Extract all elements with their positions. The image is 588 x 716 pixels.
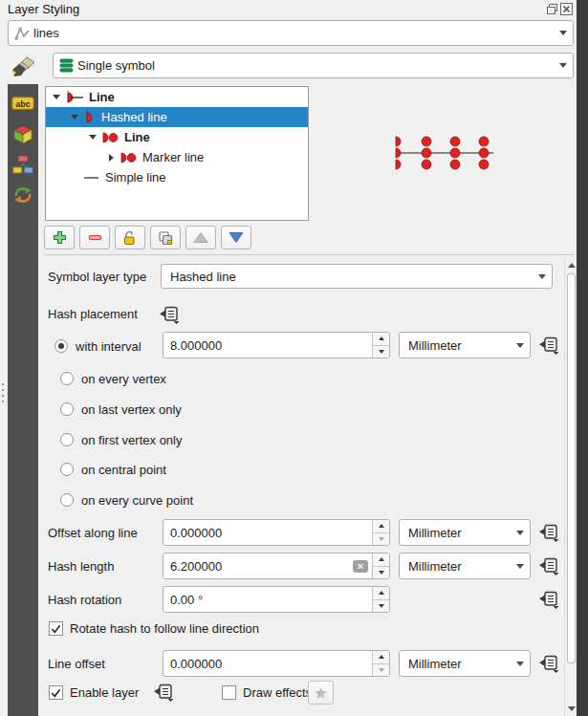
open-lock-icon [122, 230, 138, 246]
checkmark-icon [51, 688, 61, 698]
float-panel-button[interactable] [546, 3, 558, 15]
tab-history[interactable] [11, 184, 34, 206]
tab-symbology[interactable] [10, 54, 36, 83]
radio-on-every-vertex[interactable] [60, 372, 74, 385]
spin-down-icon[interactable] [373, 664, 389, 677]
line-offset-data-override-button[interactable] [536, 654, 560, 674]
hash-rotation-data-override-button[interactable] [536, 590, 560, 610]
scroll-down-icon[interactable] [565, 703, 577, 715]
radio-on-every-curve-point-label: on every curve point [81, 493, 193, 508]
tab-diagrams[interactable] [11, 154, 34, 175]
close-panel-button[interactable] [560, 3, 573, 15]
hash-placement-data-override-button[interactable] [157, 305, 181, 325]
tree-row-line[interactable]: Line [46, 87, 308, 107]
offset-along-line-unit-combo[interactable]: Millimeter [399, 519, 531, 546]
hash-length-spinbox: ✕ [163, 553, 390, 579]
spin-up-icon[interactable] [373, 520, 389, 533]
move-layer-up-button[interactable] [185, 226, 216, 250]
hash-length-unit-combo[interactable]: Millimeter [399, 553, 531, 579]
spin-up-icon[interactable] [373, 587, 389, 600]
symbol-layer-type-combo[interactable]: Hashed line [161, 264, 553, 289]
interval-input[interactable] [163, 333, 372, 358]
tree-row-hashed-line[interactable]: Hashed line [46, 107, 308, 127]
plus-icon [53, 230, 67, 245]
expander-closed-icon[interactable] [104, 151, 118, 164]
hash-rotation-input[interactable] [163, 587, 372, 612]
layer-selector[interactable]: lines [8, 20, 574, 46]
panel-splitter-handle[interactable] [2, 383, 4, 404]
move-layer-down-button[interactable] [221, 226, 251, 250]
up-arrow-icon [193, 231, 208, 244]
form-scrollbar[interactable] [564, 258, 577, 716]
spin-down-icon[interactable] [373, 533, 389, 546]
radio-on-central-point[interactable] [60, 463, 74, 476]
layer-selector-value: lines [31, 26, 555, 40]
line-offset-spinbox [163, 650, 390, 677]
symbol-layer-toolbar [44, 226, 251, 250]
interval-spinbox [163, 332, 390, 358]
clear-value-icon[interactable]: ✕ [353, 560, 368, 573]
tree-row-simple-line[interactable]: Simple line [46, 167, 308, 187]
style-mode-selector[interactable]: Single symbol [53, 53, 574, 78]
style-mode-value: Single symbol [75, 58, 555, 73]
spin-down-icon[interactable] [373, 567, 389, 579]
draw-effects-checkbox[interactable] [222, 685, 236, 700]
tab-labels[interactable]: abc [11, 93, 34, 114]
spin-down-icon[interactable] [373, 346, 389, 358]
offset-along-line-input[interactable] [163, 520, 372, 545]
close-icon [560, 3, 573, 15]
expander-open-icon[interactable] [68, 111, 81, 124]
rotate-hash-checkbox[interactable] [49, 621, 63, 636]
radio-on-first-vertex-only[interactable] [60, 433, 74, 446]
duplicate-icon [158, 230, 173, 246]
radio-on-last-vertex-only[interactable] [60, 402, 74, 416]
spin-up-icon[interactable] [373, 651, 389, 664]
chevron-down-icon [559, 31, 567, 35]
add-symbol-layer-button[interactable] [44, 226, 75, 250]
restore-icon [546, 3, 558, 15]
hash-placement-label: Hash placement [48, 307, 138, 321]
expander-open-icon[interactable] [86, 131, 99, 144]
radio-on-every-curve-point[interactable] [60, 493, 74, 507]
line-offset-unit-combo[interactable]: Millimeter [399, 650, 531, 677]
interval-unit-value: Millimeter [405, 338, 512, 353]
radio-on-last-vertex-only-label: on last vertex only [81, 402, 182, 417]
radio-with-interval[interactable] [54, 339, 68, 353]
panel-title: Layer Styling [8, 2, 79, 16]
duplicate-symbol-layer-button[interactable] [150, 226, 181, 250]
paintbrush-icon [10, 54, 36, 80]
hash-length-data-override-button[interactable] [536, 556, 560, 576]
line-offset-input[interactable] [163, 651, 372, 676]
scrollbar-handle[interactable] [567, 273, 576, 663]
remove-symbol-layer-button[interactable] [79, 226, 110, 250]
offset-along-line-data-override-button[interactable] [536, 523, 560, 543]
line-with-hash-icon [65, 91, 84, 104]
customize-effects-button[interactable] [308, 681, 334, 705]
data-defined-override-icon [153, 683, 174, 702]
scroll-up-icon[interactable] [565, 259, 577, 271]
hash-length-input[interactable] [163, 553, 353, 578]
lock-color-button[interactable] [115, 226, 145, 250]
spin-down-icon[interactable] [373, 600, 389, 613]
data-defined-override-icon [538, 591, 559, 609]
enable-layer-checkbox[interactable] [49, 685, 63, 700]
data-defined-override-icon [159, 306, 180, 324]
window-background-strip [577, 0, 588, 716]
radio-on-central-point-label: on central point [81, 463, 166, 477]
interval-unit-combo[interactable]: Millimeter [399, 332, 531, 358]
hash-length-label: Hash length [48, 559, 114, 574]
enable-layer-data-override-button[interactable] [151, 683, 175, 703]
spin-up-icon[interactable] [373, 553, 389, 567]
abc-label-icon: abc [11, 97, 34, 110]
line-with-marker-icon [101, 131, 120, 144]
chevron-down-icon [559, 63, 567, 68]
hash-rotation-spinbox [163, 586, 390, 613]
data-defined-override-icon [538, 336, 559, 355]
tab-3d-view[interactable] [11, 123, 34, 144]
spin-up-icon[interactable] [373, 333, 389, 346]
expander-open-icon[interactable] [50, 91, 63, 104]
tree-row-marker-line[interactable]: Marker line [46, 147, 308, 167]
radio-on-first-vertex-only-label: on first vertex only [81, 433, 183, 447]
tree-row-sub-line[interactable]: Line [46, 127, 308, 147]
interval-data-override-button[interactable] [536, 336, 560, 356]
